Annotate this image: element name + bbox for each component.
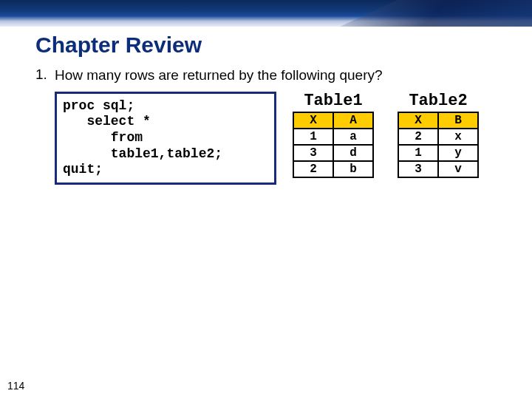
table1-r2c1: b xyxy=(333,161,373,177)
table1-r0c1: a xyxy=(333,129,373,145)
slide-top-banner xyxy=(0,0,532,27)
table-header-row: X A xyxy=(293,112,373,129)
table-header-row: X B xyxy=(398,112,478,129)
table1: X A 1 a 3 d 2 b xyxy=(293,112,374,178)
table1-r1c0: 3 xyxy=(293,145,333,161)
table1-r0c0: 1 xyxy=(293,129,333,145)
table2: X B 2 x 1 y 3 v xyxy=(398,112,479,178)
code-text: proc sql; select * from table1,table2; q… xyxy=(63,98,267,178)
table-row: 2 x xyxy=(398,129,478,145)
table1-h1: A xyxy=(333,112,373,129)
question: 1. How many rows are returned by the fol… xyxy=(35,66,497,84)
table2-r1c0: 1 xyxy=(398,145,438,161)
code-box: proc sql; select * from table1,table2; q… xyxy=(55,92,276,185)
table2-r1c1: y xyxy=(438,145,478,161)
table2-h1: B xyxy=(438,112,478,129)
table1-h0: X xyxy=(293,112,333,129)
table-row: 1 y xyxy=(398,145,478,161)
table1-wrap: Table1 X A 1 a 3 d 2 xyxy=(293,92,374,178)
table2-title: Table2 xyxy=(398,92,479,110)
content-row: proc sql; select * from table1,table2; q… xyxy=(55,92,497,185)
table1-r1c1: d xyxy=(333,145,373,161)
question-text: How many rows are returned by the follow… xyxy=(55,66,497,84)
tables-wrap: Table1 X A 1 a 3 d 2 xyxy=(293,92,479,178)
table-row: 1 a xyxy=(293,129,373,145)
table1-r2c0: 2 xyxy=(293,161,333,177)
table1-title: Table1 xyxy=(293,92,374,110)
table-row: 3 v xyxy=(398,161,478,177)
table2-r2c1: v xyxy=(438,161,478,177)
table2-wrap: Table2 X B 2 x 1 y 3 xyxy=(398,92,479,178)
page-number: 114 xyxy=(7,380,24,392)
question-number: 1. xyxy=(35,66,55,84)
table2-r0c1: x xyxy=(438,129,478,145)
slide-heading: Chapter Review xyxy=(35,33,532,58)
table-row: 3 d xyxy=(293,145,373,161)
table2-h0: X xyxy=(398,112,438,129)
slide-content: 1. How many rows are returned by the fol… xyxy=(35,66,497,185)
table2-r0c0: 2 xyxy=(398,129,438,145)
table-row: 2 b xyxy=(293,161,373,177)
table2-r2c0: 3 xyxy=(398,161,438,177)
